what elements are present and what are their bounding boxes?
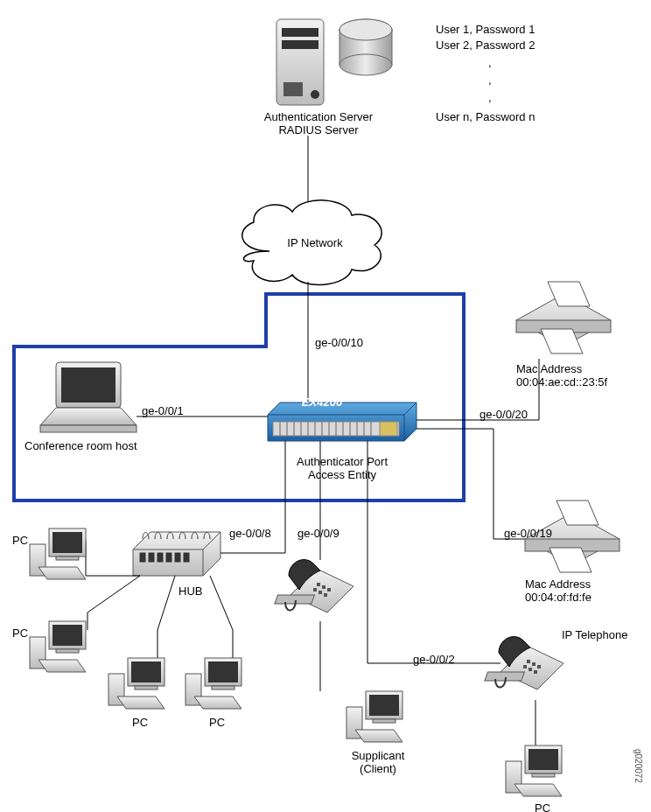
user-row-n: User n, Password n	[436, 110, 535, 123]
cloud-label: IP Network	[280, 236, 350, 249]
switch-model: EX4200	[296, 396, 348, 409]
svg-rect-30	[40, 425, 136, 432]
svg-rect-38	[149, 553, 154, 562]
port-uplink: ge-0/0/10	[315, 336, 363, 349]
laptop-label: Conference room host	[24, 439, 137, 452]
svg-rect-64	[528, 749, 558, 770]
port-printer-top: ge-0/0/20	[480, 408, 528, 421]
svg-rect-53	[135, 686, 158, 690]
printer-top-mac: Mac Address00:04:ae:cd::23:5f	[516, 362, 607, 388]
user-row-1: User 1, Password 1	[436, 23, 535, 36]
svg-rect-49	[56, 649, 79, 653]
svg-rect-45	[56, 556, 79, 560]
svg-point-8	[340, 19, 392, 40]
svg-rect-67	[275, 595, 315, 604]
svg-rect-71	[313, 588, 317, 592]
svg-rect-57	[212, 686, 234, 690]
pc-label-4: PC	[200, 716, 234, 729]
svg-rect-69	[322, 585, 326, 589]
svg-rect-65	[532, 774, 555, 777]
port-ipphone: ge-0/0/2	[413, 653, 455, 666]
svg-rect-76	[532, 662, 536, 666]
pc-label-2: PC	[12, 626, 28, 640]
svg-rect-72	[318, 591, 322, 594]
user-dot-1: ,	[488, 56, 492, 69]
pc-label-1: PC	[12, 534, 28, 547]
svg-rect-60	[369, 695, 399, 716]
pc-label-3: PC	[122, 716, 158, 729]
user-row-2: User 2, Password 2	[436, 38, 535, 52]
user-dot-2: ,	[488, 74, 492, 87]
switch-label: Authenticator PortAccess Entity	[276, 455, 408, 481]
svg-rect-1	[282, 28, 318, 37]
svg-rect-70	[327, 588, 331, 592]
ipphone-label: IP Telephone	[562, 628, 627, 641]
svg-rect-27	[380, 422, 397, 436]
svg-point-7	[340, 54, 392, 75]
svg-rect-40	[166, 553, 172, 562]
svg-rect-74	[485, 672, 525, 681]
svg-rect-39	[158, 553, 163, 562]
port-hub: ge-0/0/8	[229, 527, 271, 540]
svg-rect-48	[52, 625, 82, 646]
svg-rect-68	[317, 583, 320, 586]
svg-rect-56	[208, 662, 238, 682]
port-laptop: ge-0/0/1	[142, 404, 184, 417]
svg-rect-44	[52, 532, 82, 553]
svg-rect-42	[184, 553, 189, 562]
svg-rect-37	[140, 553, 145, 562]
svg-rect-41	[175, 553, 180, 562]
svg-rect-52	[131, 662, 161, 682]
svg-rect-73	[324, 593, 327, 597]
printer-bottom-mac: Mac Address00:04:of:fd:fe	[525, 578, 592, 604]
svg-rect-61	[373, 719, 396, 723]
svg-rect-79	[528, 668, 532, 671]
svg-rect-78	[523, 665, 527, 668]
svg-rect-2	[282, 40, 318, 49]
svg-rect-29	[61, 368, 116, 402]
port-printer-bottom: ge-0/0/19	[504, 527, 552, 540]
svg-rect-75	[527, 660, 530, 663]
user-dot-3: ,	[488, 91, 492, 104]
port-phone: ge-0/0/9	[298, 527, 340, 540]
supplicant-label: Supplicant(Client)	[334, 749, 422, 775]
hub-label: HUB	[178, 584, 202, 598]
figure-id: g020072	[634, 749, 643, 783]
pc-label-5: PC	[525, 802, 560, 812]
svg-rect-77	[537, 665, 541, 668]
svg-point-3	[311, 90, 319, 99]
svg-rect-4	[284, 82, 303, 96]
printer-top-icon	[516, 282, 611, 354]
server-label: Authentication ServerRADIUS Server	[248, 110, 388, 136]
svg-rect-80	[534, 670, 537, 674]
